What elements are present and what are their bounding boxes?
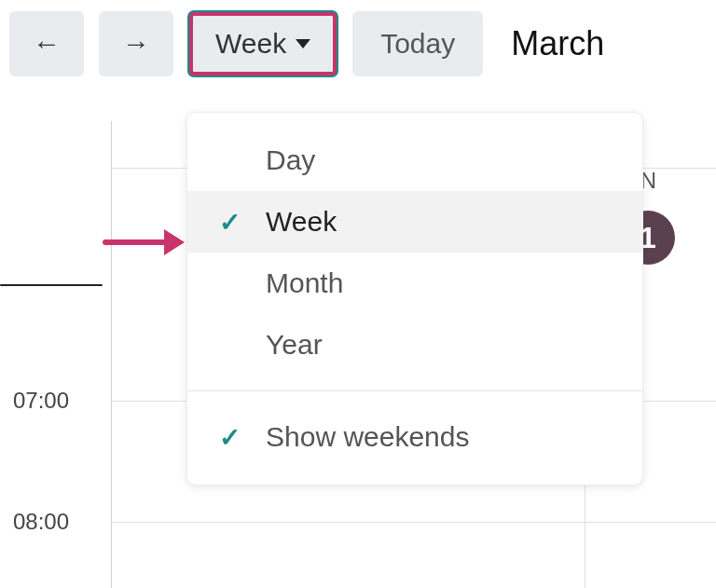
menu-item-label: Month xyxy=(266,267,343,299)
menu-divider xyxy=(187,390,642,391)
check-icon: ✓ xyxy=(219,422,247,453)
today-button-label: Today xyxy=(380,28,455,60)
calendar-toolbar: ← → Week Today March xyxy=(0,0,716,99)
menu-item-year[interactable]: ✓ Year xyxy=(187,314,642,376)
view-dropdown-menu: ✓ Day ✓ Week ✓ Month ✓ Year ✓ Show weeke… xyxy=(186,112,643,485)
grid-row-line xyxy=(112,522,716,523)
menu-item-label: Show weekends xyxy=(266,421,469,453)
check-icon: ✓ xyxy=(219,207,247,238)
menu-item-day[interactable]: ✓ Day xyxy=(187,130,642,191)
menu-item-label: Day xyxy=(266,144,315,176)
month-label: March xyxy=(511,24,604,63)
today-button[interactable]: Today xyxy=(352,11,483,76)
time-column: 07:00 08:00 xyxy=(0,121,112,588)
next-button[interactable]: → xyxy=(99,11,173,76)
arrow-left-icon: ← xyxy=(33,28,61,60)
menu-item-label: Year xyxy=(266,329,323,361)
menu-item-label: Week xyxy=(266,206,337,238)
prev-button[interactable]: ← xyxy=(9,11,84,76)
time-marker-line xyxy=(0,284,103,286)
arrow-right-icon: → xyxy=(122,28,150,60)
time-label-07: 07:00 xyxy=(13,388,69,414)
time-label-08: 08:00 xyxy=(13,509,69,535)
caret-down-icon xyxy=(296,39,310,48)
view-dropdown-button[interactable]: Week xyxy=(188,11,337,76)
view-dropdown-label: Week xyxy=(215,28,286,60)
menu-item-month[interactable]: ✓ Month xyxy=(187,253,642,314)
menu-item-show-weekends[interactable]: ✓ Show weekends xyxy=(187,406,642,468)
menu-item-week[interactable]: ✓ Week xyxy=(187,191,642,253)
